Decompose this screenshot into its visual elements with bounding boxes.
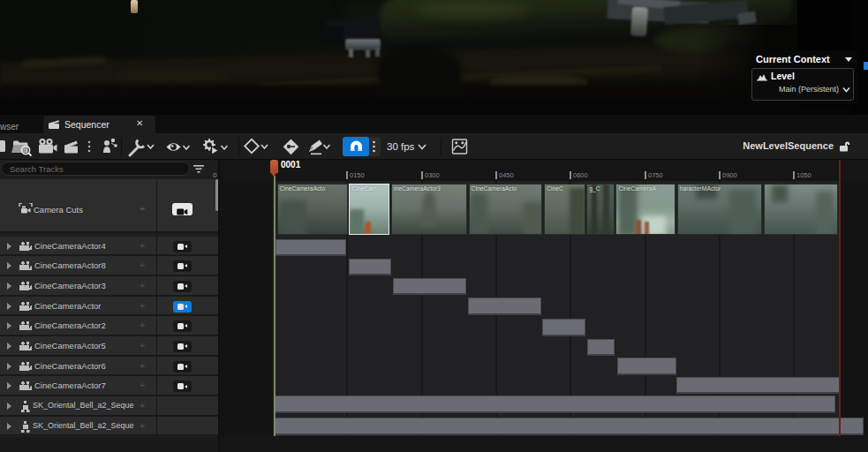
svg-text:30 fps: 30 fps [387, 141, 415, 152]
